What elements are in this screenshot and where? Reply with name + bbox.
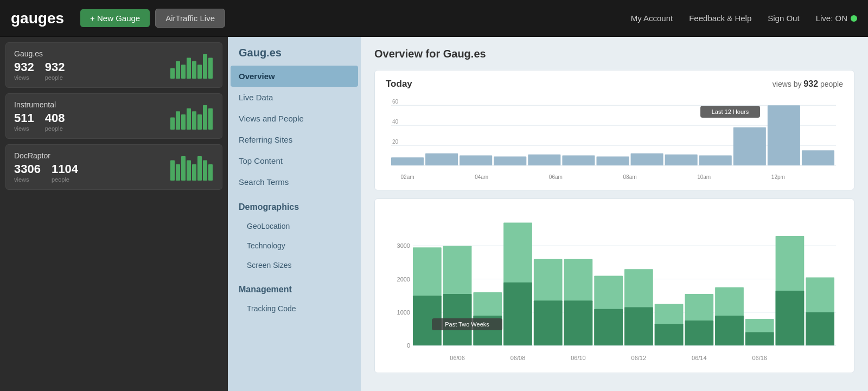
svg-rect-22 — [203, 161, 207, 181]
nav-item[interactable]: Overview — [231, 66, 358, 87]
nav-sub-item[interactable]: GeoLocation — [228, 216, 361, 236]
today-label: Today — [386, 79, 412, 89]
gauge-people-value: 932 — [45, 61, 65, 73]
live-indicator: Live: ON — [816, 14, 857, 23]
nav-mgmt-item[interactable]: Tracking Code — [228, 299, 361, 318]
svg-rect-32 — [391, 157, 424, 165]
gauge-people-label: people — [45, 74, 63, 81]
svg-rect-9 — [176, 111, 180, 130]
views-people-label: views by 932 people — [773, 79, 843, 89]
gauge-card[interactable]: DocRaptor 3306 views 1104 people — [5, 144, 222, 190]
svg-rect-68 — [503, 283, 532, 345]
content-area: Overview for Gaug.es Today views by 932 … — [361, 37, 868, 391]
signout-link[interactable]: Sign Out — [768, 14, 799, 23]
gauge-views-label: views — [14, 176, 29, 183]
weeks-section: 010002000300006/0606/0806/1006/1206/1406… — [374, 198, 854, 373]
nav-gauge-title: Gaug.es — [228, 37, 361, 66]
nav-item[interactable]: Live Data — [228, 87, 361, 108]
svg-rect-13 — [197, 114, 202, 130]
nav-sub-item[interactable]: Screen Sizes — [228, 255, 361, 275]
svg-text:60: 60 — [392, 99, 399, 105]
svg-rect-20 — [192, 164, 196, 181]
svg-text:06/14: 06/14 — [692, 355, 707, 361]
new-gauge-button[interactable]: + New Gauge — [80, 9, 150, 27]
svg-rect-14 — [203, 105, 207, 130]
nav-sub-item[interactable]: Technology — [228, 236, 361, 255]
svg-rect-8 — [170, 118, 175, 130]
today-views-count: 932 — [803, 79, 818, 88]
gauge-people-value: 408 — [45, 112, 65, 124]
svg-rect-17 — [176, 164, 180, 181]
svg-rect-78 — [655, 324, 684, 345]
svg-rect-43 — [768, 105, 800, 165]
svg-rect-7 — [208, 57, 213, 79]
gauge-card-name: DocRaptor — [14, 151, 170, 160]
svg-rect-35 — [494, 156, 526, 165]
my-account-link[interactable]: My Account — [631, 14, 673, 23]
gauge-views-value: 511 — [14, 112, 34, 124]
gauge-list: Gaug.es 932 views 932 people Instrumenta… — [0, 37, 228, 391]
svg-rect-18 — [181, 156, 186, 181]
nav-item[interactable]: Search Terms — [228, 171, 361, 193]
svg-rect-19 — [187, 161, 191, 181]
svg-text:08am: 08am — [623, 174, 637, 180]
gauge-mini-chart — [170, 153, 214, 181]
svg-rect-40 — [665, 155, 698, 165]
weeks-chart: 010002000300006/0606/0806/1006/1206/1406… — [386, 207, 841, 364]
svg-rect-42 — [733, 127, 766, 165]
svg-rect-70 — [534, 300, 563, 345]
demographics-section-title: Demographics — [228, 193, 361, 216]
svg-rect-12 — [192, 111, 196, 130]
svg-text:3000: 3000 — [397, 242, 410, 249]
today-chart: 020406002am04am06am08am10am12pmLast 12 H… — [386, 95, 841, 182]
svg-text:06/12: 06/12 — [631, 355, 647, 361]
svg-text:40: 40 — [392, 119, 399, 125]
svg-text:20: 20 — [392, 139, 399, 145]
svg-rect-82 — [715, 316, 744, 345]
nav-item[interactable]: Top Content — [228, 150, 361, 171]
svg-text:0: 0 — [407, 342, 410, 349]
svg-text:Last 12 Hours: Last 12 Hours — [712, 108, 749, 115]
gauge-mini-chart — [170, 102, 214, 130]
svg-rect-15 — [208, 108, 213, 130]
gauge-card-info: DocRaptor 3306 views 1104 people — [14, 151, 170, 183]
gauge-views-value: 3306 — [14, 163, 41, 175]
svg-rect-11 — [187, 108, 191, 130]
svg-rect-33 — [425, 153, 458, 165]
svg-rect-34 — [459, 156, 492, 165]
svg-rect-37 — [562, 156, 595, 165]
svg-text:2000: 2000 — [397, 276, 410, 283]
svg-rect-3 — [187, 57, 191, 79]
gauge-people-label: people — [45, 125, 63, 132]
gauge-people-value: 1104 — [52, 163, 78, 175]
nav-item[interactable]: Referring Sites — [228, 129, 361, 150]
svg-rect-74 — [594, 309, 623, 345]
gauge-card[interactable]: Gaug.es 932 views 932 people — [5, 42, 222, 88]
svg-text:10am: 10am — [697, 174, 711, 180]
svg-rect-84 — [745, 332, 774, 346]
svg-text:06/08: 06/08 — [510, 355, 526, 361]
svg-rect-39 — [631, 153, 663, 165]
svg-rect-86 — [776, 291, 805, 345]
gauge-card-info: Gaug.es 932 views 932 people — [14, 49, 170, 81]
svg-rect-76 — [624, 307, 653, 345]
content-title: Overview for Gaug.es — [374, 48, 854, 60]
svg-rect-36 — [528, 155, 560, 165]
nav-item[interactable]: Views and People — [228, 108, 361, 129]
svg-rect-41 — [699, 156, 732, 165]
svg-text:12pm: 12pm — [771, 174, 785, 180]
svg-rect-0 — [170, 68, 175, 79]
gauge-people-label: people — [52, 176, 69, 183]
feedback-link[interactable]: Feedback & Help — [689, 14, 751, 23]
today-section: Today views by 932 people 020406002am04a… — [374, 70, 854, 190]
svg-rect-16 — [170, 161, 175, 181]
gauge-card-name: Instrumental — [14, 100, 170, 109]
gauge-card[interactable]: Instrumental 511 views 408 people — [5, 93, 222, 139]
svg-rect-80 — [685, 321, 713, 345]
svg-rect-2 — [181, 65, 186, 79]
app-logo: gauges — [11, 10, 64, 27]
svg-rect-38 — [596, 156, 629, 165]
svg-rect-72 — [564, 300, 593, 345]
live-dot-icon — [851, 15, 857, 22]
airtraffic-button[interactable]: AirTraffic Live — [155, 9, 225, 28]
